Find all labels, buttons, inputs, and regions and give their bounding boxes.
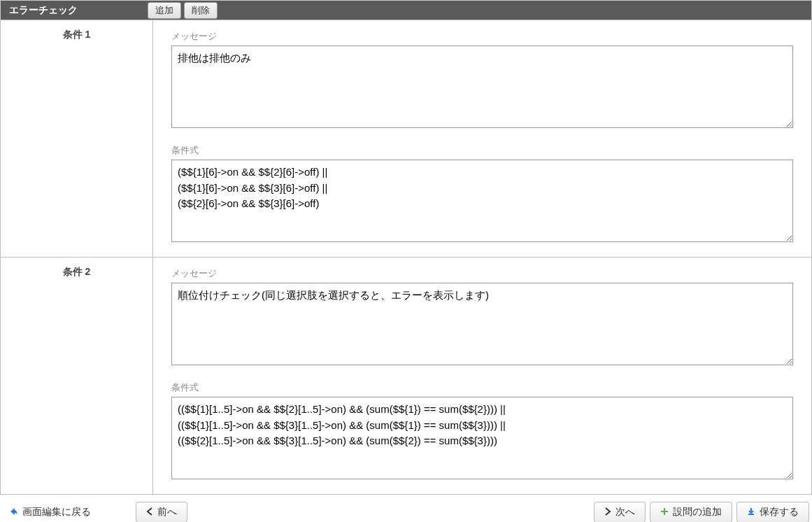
condition-content: メッセージ 条件式	[153, 258, 812, 495]
delete-button[interactable]: 削除	[184, 2, 218, 19]
save-label: 保存する	[760, 506, 799, 519]
add-question-button[interactable]: 設問の追加	[650, 502, 732, 522]
add-question-label: 設問の追加	[673, 506, 722, 519]
add-button[interactable]: 追加	[148, 2, 181, 19]
message-label: メッセージ	[171, 267, 793, 280]
svg-rect-1	[661, 511, 668, 512]
condition-label: 条件 2	[1, 258, 153, 495]
chevron-left-icon	[146, 507, 153, 518]
condition-row: 条件 1 メッセージ 条件式	[1, 20, 812, 258]
back-to-edit-label: 画面編集に戻る	[22, 506, 91, 519]
next-button[interactable]: 次へ	[594, 502, 646, 522]
error-check-header: エラーチェック 追加 削除	[0, 0, 812, 20]
save-download-icon	[747, 507, 755, 518]
svg-rect-2	[748, 514, 754, 515]
save-button[interactable]: 保存する	[736, 502, 809, 522]
prev-button[interactable]: 前へ	[136, 502, 187, 522]
chevron-right-icon	[604, 507, 611, 518]
prev-label: 前へ	[157, 506, 177, 519]
expression-label: 条件式	[171, 381, 793, 394]
message-textarea[interactable]	[171, 45, 793, 128]
footer-toolbar: 画面編集に戻る 前へ 次へ 設問の追加 保存する	[0, 495, 812, 522]
message-textarea[interactable]	[171, 283, 793, 365]
conditions-table: 条件 1 メッセージ 条件式 条件 2 メッセージ 条件式	[0, 20, 812, 495]
expression-textarea[interactable]	[171, 160, 793, 242]
condition-content: メッセージ 条件式	[153, 20, 812, 258]
next-label: 次へ	[615, 506, 635, 519]
back-to-edit-button[interactable]: 画面編集に戻る	[3, 502, 97, 522]
back-arrow-icon	[8, 507, 18, 519]
header-title: エラーチェック	[1, 4, 148, 17]
expression-label: 条件式	[171, 144, 793, 157]
condition-label: 条件 1	[1, 20, 153, 258]
message-label: メッセージ	[171, 30, 793, 43]
condition-row: 条件 2 メッセージ 条件式	[1, 258, 812, 495]
expression-textarea[interactable]	[171, 397, 793, 479]
plus-icon	[660, 507, 669, 518]
